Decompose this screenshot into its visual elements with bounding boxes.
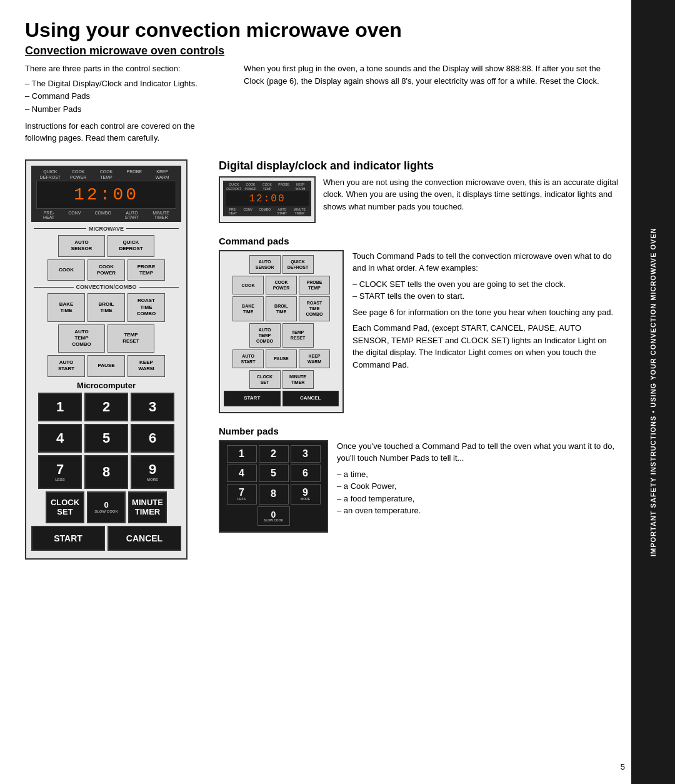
cook-power-btn[interactable]: COOKPOWER [88, 259, 125, 281]
indicator-label-quick: QUICK [36, 169, 64, 174]
num-btn-5[interactable]: 5 [84, 424, 128, 453]
temp-reset-btn[interactable]: TEMPRESET [108, 324, 154, 353]
num-small-5[interactable]: 5 [259, 465, 289, 482]
cmd-row-6: CLOCKSET MINUTETIMER [224, 370, 339, 389]
num-btn-1[interactable]: 1 [38, 393, 82, 421]
page-number: 5 [621, 762, 625, 771]
intro-list-item: Number Pads [25, 103, 225, 116]
num-small-6[interactable]: 6 [291, 465, 321, 482]
start-btn[interactable]: START [31, 526, 105, 551]
page-title: Using your convection microwave oven [25, 19, 619, 42]
cmd-quick-defrost[interactable]: QUICKDEFROST [282, 255, 314, 274]
cmd-row-2: COOK COOKPOWER PROBETEMP [224, 276, 339, 294]
auto-sensor-btn[interactable]: AUTOSENSOR [58, 235, 105, 257]
indicator-label-temp: TEMP [92, 175, 121, 179]
auto-temp-combo-btn[interactable]: AUTOTEMPCOMBO [58, 324, 105, 353]
num-btn-0[interactable]: 0SLOW COOK [87, 491, 126, 523]
num-small-7[interactable]: 7LESS [227, 484, 257, 505]
pause-btn[interactable]: PAUSE [88, 355, 125, 377]
num-item-4: an oven temperature. [337, 505, 619, 517]
digital-display-title: Digital display/clock and indicator ligh… [219, 159, 619, 173]
num-small-2[interactable]: 2 [259, 445, 289, 463]
intro-footer: Instructions for each control are covere… [25, 120, 225, 144]
bake-time-btn[interactable]: BAKETIME [48, 293, 85, 321]
cook-btn[interactable]: COOK [48, 259, 85, 281]
display-area: QUICK COOK COOK PROBE KEEP DEFROST POWER… [31, 166, 181, 222]
cmd-pause[interactable]: PAUSE [266, 349, 297, 368]
num-small-row-1: 1 2 3 [224, 445, 323, 463]
clock-set-btn[interactable]: CLOCKSET [46, 491, 84, 523]
minute-timer-btn[interactable]: MINUTETIMER [128, 491, 167, 523]
num-small-0[interactable]: 0SLOW COOK [258, 506, 290, 526]
intro-paragraph: There are three parts in the control sec… [25, 63, 225, 75]
btn-row-auto-start: AUTOSTART PAUSE KEEPWARM [31, 355, 181, 377]
num-small-4[interactable]: 4 [227, 465, 257, 482]
keep-warm-btn[interactable]: KEEPWARM [128, 355, 165, 377]
num-small-8[interactable]: 8 [259, 484, 289, 505]
indicator-label-cook2: COOK [92, 169, 121, 174]
num-bottom-row: CLOCKSET 0SLOW COOK MINUTETIMER [31, 491, 181, 523]
num-btn-2[interactable]: 2 [84, 393, 128, 421]
btn-row-bake: BAKETIME BROILTIME ROASTTIMECOMBO [31, 293, 181, 321]
small-indicator-labels: QUICK COOK COOK PROBE KEEP [226, 183, 309, 186]
indicator-label-power: POWER [64, 175, 92, 179]
cmd-note: Each Command Pad, (except START, CANCEL,… [352, 322, 619, 371]
sidebar-text: IMPORTANT SAFETY INSTRUCTIONS • USING YO… [649, 228, 657, 556]
auto-start-btn[interactable]: AUTOSTART [48, 355, 85, 377]
number-pads-title: Number pads [219, 426, 619, 436]
btn-row-auto-temp: AUTOTEMPCOMBO TEMPRESET [31, 324, 181, 353]
cmd-footer: See page 6 for information on the tone y… [352, 306, 619, 319]
cmd-row-3: BAKETIME BROILTIME ROASTTIMECOMBO [224, 296, 339, 321]
num-small-row-3: 7LESS 8 9MORE [224, 484, 323, 505]
num-small-row-2: 4 5 6 [224, 465, 323, 482]
num-btn-4[interactable]: 4 [38, 424, 82, 453]
indicator-label-defrost: DEFROST [36, 175, 64, 179]
cmd-clock-set[interactable]: CLOCKSET [249, 370, 281, 389]
cmd-example-2: START tells the oven to start. [352, 290, 619, 303]
cmd-cancel[interactable]: CANCEL [282, 391, 339, 406]
cmd-cook-power[interactable]: COOKPOWER [266, 276, 297, 294]
cmd-probe-temp[interactable]: PROBETEMP [299, 276, 330, 294]
cmd-temp-reset[interactable]: TEMPRESET [282, 323, 314, 348]
cmd-roast-time-combo[interactable]: ROASTTIMECOMBO [299, 296, 330, 321]
small-bottom-labels: PRE-HEAT CONV COMBO AUTOSTART MINUTETIME… [226, 208, 309, 215]
cmd-minute-timer[interactable]: MINUTETIMER [282, 370, 314, 389]
cmd-example-1: CLOCK SET tells the oven you are going t… [352, 278, 619, 291]
cmd-start[interactable]: START [224, 391, 281, 406]
num-small-3[interactable]: 3 [291, 445, 321, 463]
num-small-1[interactable]: 1 [227, 445, 257, 463]
cmd-keep-warm[interactable]: KEEPWARM [299, 349, 330, 368]
intro-right-text: When you first plug in the oven, a tone … [244, 63, 619, 87]
num-btn-8[interactable]: 8 [84, 455, 128, 489]
num-btn-9[interactable]: 9MORE [131, 455, 174, 489]
num-btn-7[interactable]: 7LESS [38, 455, 82, 489]
cmd-row-7: START CANCEL [224, 391, 339, 406]
cmd-description: Touch Command Pads to tell the convectio… [352, 250, 619, 274]
cmd-cook[interactable]: COOK [232, 276, 264, 294]
num-row-3: 7LESS 8 9MORE [31, 455, 181, 489]
intro-list-item: The Digital Display/Clock and Indicator … [25, 78, 225, 91]
broil-time-btn[interactable]: BROILTIME [88, 293, 125, 321]
probe-temp-btn[interactable]: PROBETEMP [128, 259, 165, 281]
number-pad: 1 2 3 4 5 6 7LESS 8 9MORE [31, 393, 181, 551]
cmd-auto-sensor[interactable]: AUTOSENSOR [249, 255, 281, 274]
digital-display-section: Digital display/clock and indicator ligh… [219, 159, 619, 228]
indicator-labels: QUICK COOK COOK PROBE KEEP [36, 169, 176, 174]
cmd-bake-time[interactable]: BAKETIME [232, 296, 264, 321]
btn-row-auto-quick: AUTOSENSOR QUICKDEFROST [31, 235, 181, 257]
num-btn-3[interactable]: 3 [131, 393, 174, 421]
quick-defrost-btn[interactable]: QUICKDEFROST [108, 235, 154, 257]
num-btn-6[interactable]: 6 [131, 424, 174, 453]
cancel-btn[interactable]: CANCEL [108, 526, 181, 551]
cmd-row-1: AUTOSENSOR QUICKDEFROST [224, 255, 339, 274]
cmd-auto-temp-combo[interactable]: AUTOTEMPCOMBO [249, 323, 281, 348]
num-item-3: a food temperature, [337, 493, 619, 505]
small-display-area: QUICK COOK COOK PROBE KEEP DEFROST POWER… [223, 181, 311, 216]
roast-time-combo-btn[interactable]: ROASTTIMECOMBO [128, 293, 165, 321]
cmd-auto-start[interactable]: AUTOSTART [232, 349, 264, 368]
indicator-label-cook: COOK [64, 169, 92, 174]
cmd-broil-time[interactable]: BROILTIME [266, 296, 297, 321]
num-small-9[interactable]: 9MORE [291, 484, 321, 505]
cmd-examples: CLOCK SET tells the oven you are going t… [352, 278, 619, 303]
microcomputer-label: Microcomputer [31, 381, 181, 390]
